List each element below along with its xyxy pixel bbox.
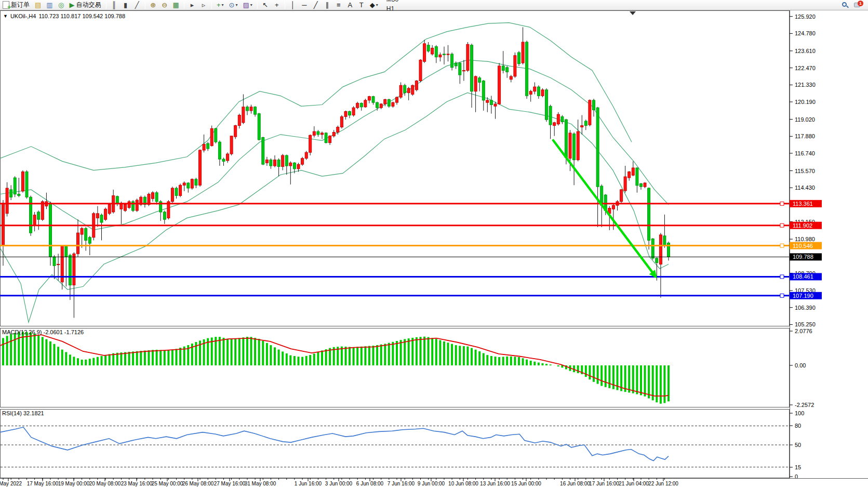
notification-badge: 1 bbox=[858, 1, 863, 6]
svg-text:107.190: 107.190 bbox=[793, 293, 813, 299]
time-label: 22 Jun 12:00 bbox=[648, 481, 678, 486]
svg-text:115.570: 115.570 bbox=[795, 168, 815, 174]
text-button[interactable]: A bbox=[345, 1, 355, 10]
svg-text:106.390: 106.390 bbox=[795, 305, 816, 311]
search-button[interactable] bbox=[839, 1, 851, 10]
chart-title: ▼ UKOil-,H4 110.723 110.817 109.542 109.… bbox=[3, 13, 125, 19]
line-chart-button[interactable]: ╱ bbox=[132, 1, 142, 10]
svg-text:108.461: 108.461 bbox=[793, 273, 813, 280]
auto-scroll-button[interactable]: ▸ bbox=[187, 1, 197, 10]
svg-text:120.190: 120.190 bbox=[795, 99, 816, 105]
svg-text:2.0776: 2.0776 bbox=[795, 328, 812, 334]
equidistant-channel-button[interactable]: ∥ bbox=[322, 1, 332, 10]
new-chart-button[interactable]: +▾ bbox=[215, 1, 226, 10]
candles-layer bbox=[2, 27, 670, 318]
time-label: 17 May 16:00 bbox=[27, 481, 59, 486]
notifications-button[interactable]: 1 bbox=[852, 1, 864, 10]
horizontal-line-icon: ─ bbox=[302, 2, 306, 8]
autotrading-button[interactable]: ▶自动交易 bbox=[68, 1, 103, 10]
svg-text:122.470: 122.470 bbox=[795, 65, 816, 71]
crosshair-icon: + bbox=[275, 2, 279, 8]
svg-text:111.902: 111.902 bbox=[793, 222, 812, 229]
price-label-110.546: 110.546 bbox=[790, 242, 822, 249]
svg-text:0: 0 bbox=[795, 473, 798, 480]
candlestick-chart-icon: ▮ bbox=[124, 2, 127, 8]
svg-text:109.788: 109.788 bbox=[793, 254, 813, 260]
time-label: 13 Jun 16:00 bbox=[480, 481, 510, 486]
svg-text:15: 15 bbox=[795, 464, 801, 470]
hline-108.461[interactable] bbox=[0, 275, 789, 279]
zoom-in-button[interactable]: ⊕ bbox=[148, 1, 158, 10]
svg-text:116.740: 116.740 bbox=[795, 150, 815, 156]
template-button[interactable]: ▨▾ bbox=[241, 1, 254, 10]
cursor-button[interactable]: ↖ bbox=[260, 1, 271, 10]
bar-chart-button[interactable]: ║ bbox=[109, 1, 119, 10]
text-label-button[interactable]: T bbox=[356, 1, 367, 10]
ohlc-values: 110.723 110.817 109.542 109.788 bbox=[38, 13, 125, 19]
svg-text:121.330: 121.330 bbox=[795, 82, 816, 88]
chart-canvas[interactable]: 125.920124.780123.610122.470121.330120.1… bbox=[0, 10, 868, 487]
crosshair-button[interactable]: + bbox=[272, 1, 282, 10]
cursor-icon: ↖ bbox=[262, 2, 268, 8]
profiles-icon: ⊙ bbox=[229, 2, 235, 8]
trendline-button[interactable]: ╱ bbox=[311, 1, 321, 10]
svg-text:100: 100 bbox=[795, 410, 804, 416]
bar-chart-icon: ║ bbox=[112, 2, 116, 8]
symbol-period-label: UKOil-,H4 bbox=[10, 13, 36, 19]
horizontal-line-button[interactable]: ─ bbox=[299, 1, 310, 10]
symbols-button[interactable]: ▤ bbox=[33, 1, 43, 10]
chevron-down-icon: ▾ bbox=[221, 3, 223, 7]
symbols-icon: ▤ bbox=[35, 2, 41, 8]
chevron-down-icon: ▾ bbox=[235, 3, 237, 7]
new-order-label: 新订单 bbox=[11, 1, 30, 9]
svg-text:113.361: 113.361 bbox=[793, 201, 813, 207]
equidistant-channel-icon: ∥ bbox=[325, 2, 329, 8]
profiles-button[interactable]: ⊙▾ bbox=[227, 1, 240, 10]
tile-windows-icon: ▦ bbox=[173, 2, 179, 8]
chevron-down-icon: ▾ bbox=[376, 3, 378, 7]
tile-windows-button[interactable]: ▦ bbox=[171, 1, 181, 10]
text-label-icon: T bbox=[359, 2, 364, 8]
toolbar-separator bbox=[285, 2, 285, 9]
arrows-button[interactable]: ◆▾ bbox=[368, 1, 380, 10]
macd-indicator-label: MACD(12,26,9) -2.0601 -1.7126 bbox=[2, 329, 84, 335]
fibonacci-button[interactable]: ≡ bbox=[333, 1, 344, 10]
trend-arrow[interactable] bbox=[553, 140, 657, 279]
candlestick-chart-button[interactable]: ▮ bbox=[121, 1, 131, 10]
rsi-panel: 1008050150 bbox=[0, 410, 804, 480]
chart-shift-button[interactable]: ▹ bbox=[198, 1, 209, 10]
price-label-113.361: 113.361 bbox=[790, 200, 822, 207]
market-window-button[interactable]: ▥ bbox=[44, 1, 55, 10]
time-label: 16 Jun 08:00 bbox=[560, 481, 590, 486]
price-axis: 125.920124.780123.610122.470121.330120.1… bbox=[790, 14, 816, 328]
rsi-line bbox=[0, 427, 669, 461]
hline-107.190[interactable] bbox=[0, 294, 789, 297]
svg-text:-2.2572: -2.2572 bbox=[795, 402, 814, 408]
zoom-out-button[interactable]: ⊖ bbox=[159, 1, 170, 10]
current-price-label: 109.788 bbox=[790, 253, 822, 260]
bollinger-lower bbox=[0, 93, 669, 323]
trendline-icon: ╱ bbox=[314, 2, 318, 8]
chart-window: ▼ UKOil-,H4 110.723 110.817 109.542 109.… bbox=[0, 10, 868, 487]
price-label-111.902: 111.902 bbox=[790, 222, 822, 229]
svg-text:125.920: 125.920 bbox=[795, 14, 816, 20]
time-label: 21 Jun 04:00 bbox=[619, 481, 649, 486]
text-icon: A bbox=[348, 2, 352, 8]
svg-text:117.880: 117.880 bbox=[795, 133, 815, 139]
svg-text:0.00: 0.00 bbox=[795, 362, 806, 368]
timeframe-m30-button[interactable]: M30 bbox=[382, 0, 403, 4]
hline-111.902[interactable] bbox=[0, 223, 789, 227]
one-click-trading-toggle[interactable]: ▼ bbox=[3, 14, 8, 19]
time-label: 31 May 08:00 bbox=[245, 481, 276, 486]
time-label: 3 Jun 00:00 bbox=[325, 481, 353, 486]
signals-button[interactable]: ◎ bbox=[56, 1, 66, 10]
time-label: 10 Jun 08:00 bbox=[448, 481, 478, 486]
svg-text:123.610: 123.610 bbox=[795, 48, 816, 54]
vertical-line-button[interactable]: │ bbox=[288, 1, 298, 10]
chevron-down-icon: ▾ bbox=[250, 3, 252, 7]
new-order-button[interactable]: 新订单 bbox=[1, 1, 32, 10]
time-label: 1 Jun 16:00 bbox=[295, 481, 322, 486]
chart-shift-marker[interactable] bbox=[630, 11, 636, 15]
hline-110.546[interactable] bbox=[0, 244, 789, 247]
time-axis: 6 May 202217 May 16:0019 May 00:0020 May… bbox=[0, 478, 868, 486]
